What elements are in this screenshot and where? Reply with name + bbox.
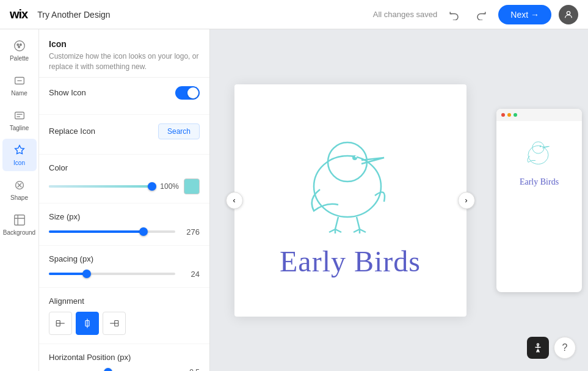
- svg-point-33: [537, 343, 539, 345]
- alignment-section: Alignment: [39, 288, 209, 344]
- canvas-area: ‹ ›: [210, 29, 490, 371]
- wix-logo: wix: [10, 7, 27, 21]
- color-swatch[interactable]: [184, 178, 200, 194]
- header-title: Try Another Design: [37, 10, 110, 20]
- preview-bird-icon: [521, 136, 557, 172]
- spacing-label: Spacing (px): [49, 254, 200, 263]
- right-chevron-icon: ›: [465, 196, 467, 205]
- avatar-button[interactable]: [559, 5, 578, 24]
- undo-button[interactable]: [445, 5, 464, 24]
- question-mark-icon: ?: [562, 342, 568, 353]
- palette-label: Palette: [10, 55, 29, 62]
- svg-line-22: [335, 217, 338, 229]
- svg-line-29: [360, 229, 366, 232]
- name-label: Name: [11, 90, 27, 97]
- yellow-dot: [507, 113, 511, 117]
- svg-point-19: [328, 142, 367, 182]
- main-layout: Palette Name Tagline Icon: [0, 29, 588, 371]
- color-value: 100%: [157, 182, 179, 191]
- green-dot: [514, 113, 517, 117]
- right-preview-panel: Early Birds: [490, 29, 588, 371]
- color-label: Color: [49, 163, 200, 172]
- saved-status: All changes saved: [373, 10, 438, 19]
- preview-device: Early Birds: [496, 109, 582, 292]
- color-section: Color 100%: [39, 155, 209, 204]
- sidebar-item-tagline[interactable]: Tagline: [2, 104, 37, 136]
- svg-line-23: [329, 229, 335, 232]
- svg-rect-11: [14, 215, 24, 226]
- svg-point-32: [540, 145, 541, 147]
- show-icon-row: Show Icon: [49, 86, 200, 100]
- red-dot: [501, 113, 505, 117]
- logo-card: ‹ ›: [234, 84, 466, 317]
- align-center-button[interactable]: [76, 312, 99, 335]
- show-icon-section: Show Icon: [39, 78, 209, 115]
- svg-point-4: [18, 46, 20, 48]
- left-chevron-icon: ‹: [233, 196, 235, 205]
- next-label: Next →: [510, 10, 539, 20]
- spacing-slider-track[interactable]: [49, 273, 175, 275]
- spacing-section: Spacing (px) 24: [39, 246, 209, 288]
- horiz-pos-row: -0.5: [49, 368, 200, 371]
- sidebar-item-shape[interactable]: Shape: [2, 174, 37, 206]
- replace-icon-row: Replace Icon Search: [49, 123, 200, 139]
- svg-rect-7: [15, 112, 24, 119]
- svg-line-27: [354, 229, 360, 232]
- panel-header: Icon Customize how the icon looks on you…: [39, 29, 209, 78]
- next-arrow-button[interactable]: ›: [458, 192, 475, 209]
- settings-panel: Icon Customize how the icon looks on you…: [39, 29, 210, 371]
- spacing-value: 24: [180, 270, 200, 279]
- color-slider-track[interactable]: [49, 185, 152, 188]
- align-left-button[interactable]: [49, 312, 72, 335]
- color-row: 100%: [49, 178, 200, 194]
- size-slider-track[interactable]: [49, 230, 175, 233]
- sidebar-item-icon[interactable]: Icon: [2, 139, 37, 171]
- align-right-button[interactable]: [103, 312, 126, 335]
- header: wix Try Another Design All changes saved…: [0, 0, 588, 29]
- next-button[interactable]: Next →: [498, 5, 551, 24]
- svg-point-31: [532, 141, 544, 153]
- icon-sidebar: Palette Name Tagline Icon: [0, 29, 39, 371]
- icon-label: Icon: [13, 160, 25, 166]
- panel-description: Customize how the icon looks on your log…: [49, 51, 200, 72]
- device-top-bar: [496, 109, 582, 121]
- svg-line-25: [335, 229, 341, 232]
- show-icon-label: Show Icon: [49, 88, 86, 97]
- alignment-label: Alignment: [49, 296, 200, 306]
- svg-point-30: [528, 145, 548, 164]
- logo-text: Early Birds: [280, 244, 421, 278]
- size-section: Size (px) 276: [39, 204, 209, 246]
- svg-point-18: [314, 156, 381, 217]
- size-label: Size (px): [49, 212, 200, 221]
- horiz-pos-section: Horizontal Position (px) -0.5: [39, 344, 209, 371]
- size-value: 276: [180, 227, 200, 237]
- svg-line-26: [357, 217, 360, 229]
- sidebar-item-background[interactable]: Background: [2, 208, 37, 241]
- replace-icon-label: Replace Icon: [49, 127, 95, 136]
- bird-icon: [289, 122, 412, 244]
- horiz-pos-value: -0.5: [178, 368, 200, 371]
- show-icon-toggle[interactable]: [175, 86, 200, 100]
- sidebar-item-palette[interactable]: Palette: [2, 34, 37, 67]
- svg-point-3: [20, 44, 21, 46]
- panel-title: Icon: [49, 39, 200, 49]
- search-button[interactable]: Search: [158, 123, 200, 139]
- tagline-label: Tagline: [10, 125, 29, 131]
- accessibility-button[interactable]: [527, 337, 549, 359]
- svg-point-0: [567, 11, 570, 14]
- spacing-row: 24: [49, 270, 200, 279]
- horiz-pos-label: Horizontal Position (px): [49, 353, 200, 362]
- help-button[interactable]: ?: [554, 337, 576, 359]
- sidebar-item-name[interactable]: Name: [2, 69, 37, 101]
- redo-button[interactable]: [471, 5, 491, 24]
- shape-label: Shape: [10, 194, 28, 201]
- alignment-row: [49, 312, 200, 335]
- prev-arrow-button[interactable]: ‹: [226, 192, 243, 209]
- svg-point-2: [16, 44, 18, 46]
- size-row: 276: [49, 227, 200, 237]
- svg-point-21: [355, 156, 357, 158]
- background-label: Background: [3, 229, 35, 236]
- replace-icon-section: Replace Icon Search: [39, 115, 209, 155]
- preview-logo-text: Early Birds: [520, 177, 559, 187]
